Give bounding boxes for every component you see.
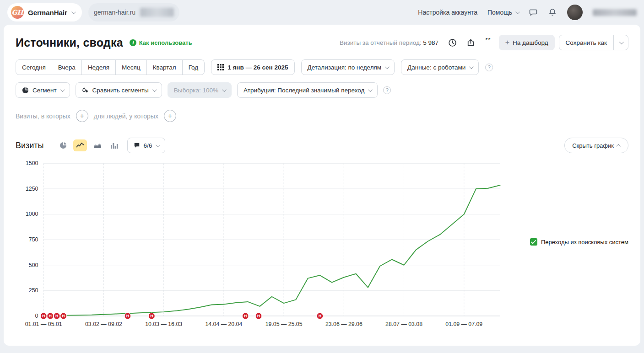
data-mode-label: Данные: с роботами: [407, 64, 465, 71]
period-yesterday[interactable]: Вчера: [52, 59, 82, 75]
notifications-button[interactable]: [548, 8, 557, 17]
period-today[interactable]: Сегодня: [16, 59, 52, 75]
question-icon[interactable]: ?: [383, 86, 391, 94]
svg-text:Н: Н: [55, 314, 58, 318]
calendar-grid-icon: [217, 64, 224, 70]
chart-title: Визиты: [16, 141, 44, 150]
save-as-button[interactable]: Сохранить как: [559, 35, 613, 50]
visits-period-label: Визиты за отчётный период:: [340, 39, 422, 46]
chevron-up-icon: [616, 144, 621, 148]
svg-text:19.05 — 25.05: 19.05 — 25.05: [265, 321, 303, 327]
svg-text:03.02 — 09.02: 03.02 — 09.02: [85, 321, 122, 327]
data-mode-dropdown[interactable]: Данные: с роботами: [401, 59, 479, 75]
svg-text:Н: Н: [42, 314, 45, 318]
export-icon: [466, 38, 475, 47]
period-month[interactable]: Месяц: [116, 59, 147, 75]
question-icon[interactable]: ?: [485, 64, 493, 71]
segment-label: Сегмент: [32, 87, 57, 94]
legend-label: Переходы из поисковых систем: [541, 239, 628, 246]
svg-text:1500: 1500: [26, 160, 38, 166]
area-chart-icon: [93, 142, 102, 149]
svg-text:23.06 — 29.06: 23.06 — 29.06: [325, 321, 363, 327]
metrica-logo-button[interactable]: ”: [482, 36, 495, 49]
add-visit-condition-button[interactable]: +: [76, 110, 88, 122]
hide-chart-button[interactable]: Скрыть график: [564, 138, 628, 153]
pie-chart-icon: [60, 142, 67, 149]
svg-text:0: 0: [35, 313, 38, 319]
chart-type-line-button[interactable]: [73, 139, 87, 151]
people-condition-label: для людей, у которых: [94, 112, 158, 120]
hide-chart-label: Скрыть график: [572, 142, 614, 149]
svg-text:Н: Н: [49, 314, 51, 318]
chevron-down-icon: [515, 10, 520, 14]
chevron-down-icon: [385, 64, 390, 69]
notes-dropdown[interactable]: 6/6: [127, 138, 166, 153]
account-settings-link[interactable]: Настройка аккаунта: [418, 9, 477, 16]
visits-chart[interactable]: 025050075010001250150001.01 — 05.0103.02…: [16, 158, 524, 332]
period-week[interactable]: Неделя: [82, 59, 116, 75]
avatar[interactable]: [567, 5, 583, 20]
detail-label: Детализация: по неделям: [308, 64, 382, 71]
svg-text:Н: Н: [319, 314, 321, 318]
chart-legend: Переходы из поисковых систем: [530, 238, 628, 246]
site-group: german-hair.ru: [88, 3, 179, 21]
brand-name: GermanHair: [28, 9, 67, 16]
detail-dropdown[interactable]: Детализация: по неделям: [301, 59, 395, 75]
period-year[interactable]: Год: [183, 59, 205, 75]
date-range-button[interactable]: 1 янв — 26 сен 2025: [211, 59, 294, 75]
how-to-use-link[interactable]: i Как использовать: [130, 39, 192, 46]
svg-text:1000: 1000: [26, 211, 38, 217]
report-card: Источники, сводка i Как использовать Виз…: [4, 25, 640, 346]
visits-condition-label: Визиты, в которых: [16, 112, 70, 120]
chart-type-pie-button[interactable]: [57, 139, 70, 152]
bell-icon: [548, 8, 557, 17]
chart-type-area-button[interactable]: [91, 139, 104, 151]
visits-period-summary: Визиты за отчётный период: 5 987: [340, 39, 438, 46]
chevron-down-icon: [156, 143, 160, 147]
period-quarter[interactable]: Квартал: [147, 59, 183, 75]
segment-dropdown[interactable]: Сегмент: [16, 82, 70, 98]
chat-button[interactable]: [529, 8, 538, 17]
clock-icon: [448, 38, 457, 47]
plus-icon: +: [505, 38, 509, 47]
bar-chart-icon: [111, 142, 118, 149]
attribution-label: Атрибуция: Последний значимый переход: [244, 87, 364, 94]
chevron-down-icon: [152, 87, 157, 92]
chat-icon: [529, 8, 538, 17]
droplets-icon: [82, 87, 89, 94]
svg-text:01.09 — 07.09: 01.09 — 07.09: [445, 321, 482, 327]
svg-text:Н: Н: [126, 314, 129, 318]
attribution-dropdown[interactable]: Атрибуция: Последний значимый переход: [237, 82, 378, 98]
svg-text:14.04 — 20.04: 14.04 — 20.04: [205, 321, 242, 327]
legend-checkbox[interactable]: [530, 238, 537, 246]
redacted-username: [593, 9, 637, 16]
svg-text:Н: Н: [62, 314, 65, 318]
export-button[interactable]: [464, 36, 478, 50]
check-icon: [531, 240, 536, 244]
how-to-use-label: Как использовать: [139, 39, 192, 46]
history-button[interactable]: [445, 36, 460, 50]
svg-text:10.03 — 16.03: 10.03 — 16.03: [145, 321, 182, 327]
chevron-down-icon: [619, 40, 624, 44]
chart-type-bars-button[interactable]: [108, 139, 121, 151]
counter-switcher[interactable]: GH GermanHair: [7, 3, 82, 21]
save-as-split-button: Сохранить как: [559, 35, 628, 50]
site-domain[interactable]: german-hair.ru: [94, 9, 135, 16]
period-selector: Сегодня Вчера Неделя Месяц Квартал Год: [16, 59, 205, 75]
svg-text:750: 750: [29, 236, 38, 243]
add-to-dashboard-button[interactable]: + На дашборд: [499, 35, 555, 50]
help-menu[interactable]: Помощь: [487, 9, 519, 16]
add-people-condition-button[interactable]: +: [164, 110, 176, 122]
chevron-down-icon: [222, 87, 227, 92]
save-as-dropdown-button[interactable]: [613, 35, 628, 50]
sampling-label: Выборка: 100%: [174, 87, 218, 94]
sampling-dropdown[interactable]: Выборка: 100%: [168, 82, 232, 98]
help-label: Помощь: [487, 9, 512, 16]
info-icon: i: [130, 39, 136, 46]
svg-text:Н: Н: [244, 314, 247, 318]
svg-text:Н: Н: [257, 314, 260, 318]
svg-text:Н: Н: [150, 314, 153, 318]
visits-period-value: 5 987: [423, 39, 438, 46]
compare-segments-dropdown[interactable]: Сравнить сегменты: [76, 82, 162, 98]
svg-text:01.01 — 05.01: 01.01 — 05.01: [25, 321, 62, 327]
